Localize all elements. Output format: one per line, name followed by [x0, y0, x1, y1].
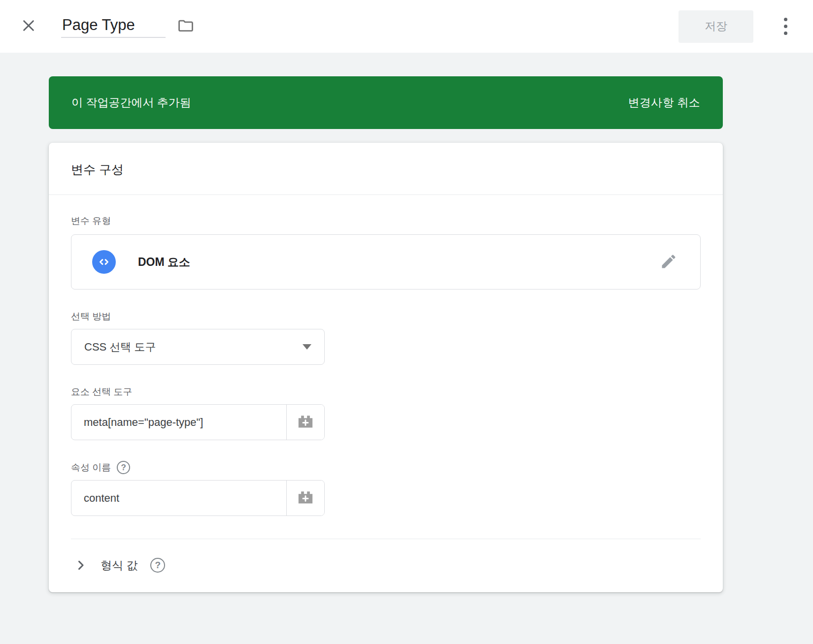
banner-message: 이 작업공간에서 추가됨	[71, 95, 191, 110]
selection-method-value: CSS 선택 도구	[84, 340, 156, 354]
element-selector-section: 요소 선택 도구	[71, 386, 701, 440]
element-selector-field	[71, 404, 325, 440]
attribute-name-field	[71, 480, 325, 516]
variable-picker-button[interactable]	[286, 481, 324, 515]
workspace-status-banner: 이 작업공간에서 추가됨 변경사항 취소	[49, 76, 723, 129]
close-button[interactable]	[18, 15, 39, 38]
variable-title-input[interactable]	[62, 16, 159, 34]
element-selector-label: 요소 선택 도구	[71, 386, 701, 398]
variable-title-field[interactable]	[61, 15, 166, 38]
attribute-name-help-icon[interactable]: ?	[117, 461, 130, 474]
format-value-label: 형식 값	[101, 558, 137, 573]
format-value-expander[interactable]: 형식 값 ?	[71, 554, 165, 577]
attribute-name-label: 속성 이름	[71, 461, 111, 474]
variable-type-selector[interactable]: DOM 요소	[71, 234, 701, 290]
folder-icon	[177, 17, 194, 35]
variable-configuration-card: 변수 구성 변수 유형 DOM 요소 선택 방법 CSS	[49, 143, 723, 592]
selection-method-select[interactable]: CSS 선택 도구	[71, 329, 325, 365]
lego-brick-plus-icon	[296, 487, 315, 509]
variable-type-value: DOM 요소	[138, 255, 190, 270]
selection-method-section: 선택 방법 CSS 선택 도구	[71, 310, 701, 365]
card-body: 변수 유형 DOM 요소 선택 방법 CSS 선택 도구	[49, 195, 723, 592]
card-title: 변수 구성	[49, 143, 723, 195]
topbar: 저장	[0, 0, 813, 53]
chevron-right-icon	[74, 558, 88, 572]
element-selector-input[interactable]	[71, 405, 286, 440]
dropdown-arrow-icon	[303, 344, 311, 350]
folder-button[interactable]	[174, 14, 197, 38]
attribute-name-section: 속성 이름 ?	[71, 461, 701, 516]
edit-variable-type-button[interactable]	[658, 251, 679, 274]
lego-brick-plus-icon	[296, 412, 315, 433]
variable-type-label: 변수 유형	[71, 215, 701, 227]
save-button[interactable]: 저장	[678, 10, 753, 43]
format-value-help-icon[interactable]: ?	[150, 558, 165, 573]
variable-picker-button[interactable]	[286, 405, 324, 440]
pencil-icon	[660, 264, 678, 272]
attribute-name-input[interactable]	[71, 481, 286, 515]
discard-changes-button[interactable]: 변경사항 취소	[628, 95, 701, 110]
selection-method-label: 선택 방법	[71, 310, 701, 323]
overflow-menu-button[interactable]	[780, 14, 791, 39]
close-icon	[21, 18, 36, 35]
section-divider	[71, 539, 701, 539]
vertical-dots-icon	[784, 18, 787, 35]
dom-element-icon	[92, 250, 116, 274]
